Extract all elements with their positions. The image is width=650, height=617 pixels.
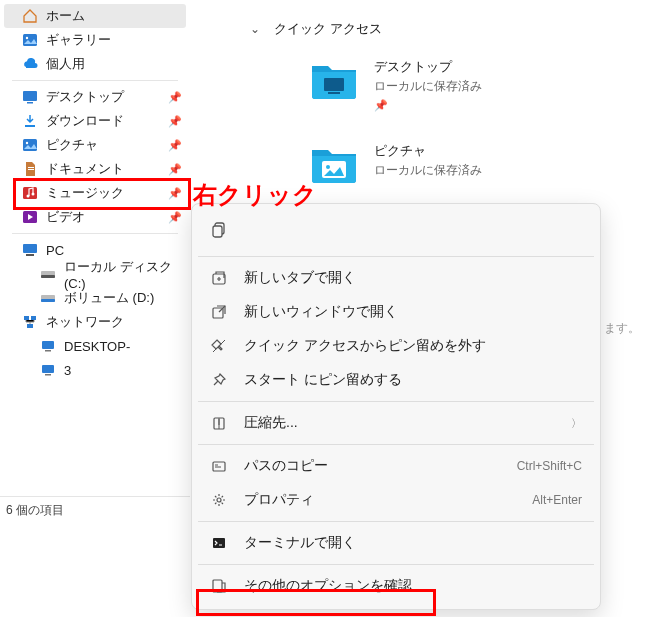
sidebar-label: 3 <box>64 363 71 378</box>
svg-point-28 <box>326 165 330 169</box>
sidebar-item-video[interactable]: ビデオ 📌 <box>0 205 190 229</box>
documents-icon <box>22 161 38 177</box>
context-menu-separator <box>198 256 594 257</box>
status-bar: 6 個の項目 <box>6 502 64 519</box>
sidebar-item-localdisk[interactable]: ローカル ディスク (C:) <box>0 262 190 286</box>
sidebar-label: デスクトップ <box>46 88 124 106</box>
svg-rect-26 <box>328 92 340 94</box>
quick-access-header[interactable]: ⌄ クイック アクセス <box>250 20 630 38</box>
svg-rect-4 <box>23 139 37 151</box>
context-menu-separator <box>198 401 594 402</box>
menu-more-options[interactable]: その他のオプションを確認 <box>198 569 594 603</box>
sidebar-item-personal[interactable]: 個人用 <box>0 52 190 76</box>
truncated-text: ます。 <box>604 320 640 337</box>
folder-name: ピクチャ <box>374 142 482 160</box>
menu-shortcut: Alt+Enter <box>532 493 582 507</box>
pin-icon: 📌 <box>168 163 182 176</box>
chevron-down-icon: ⌄ <box>250 22 260 36</box>
sidebar-item-network-host2[interactable]: 3 <box>0 358 190 382</box>
sidebar-item-gallery[interactable]: ギャラリー <box>0 28 190 52</box>
sidebar-label: ダウンロード <box>46 112 124 130</box>
menu-copy-path[interactable]: パスのコピー Ctrl+Shift+C <box>198 449 594 483</box>
menu-open-new-window[interactable]: 新しいウィンドウで開く <box>198 295 594 329</box>
menu-label: プロパティ <box>244 491 532 509</box>
section-title: クイック アクセス <box>274 20 382 38</box>
svg-rect-2 <box>23 91 37 101</box>
pin-icon: 📌 <box>168 211 182 224</box>
pin-icon <box>210 371 228 389</box>
download-icon <box>22 113 38 129</box>
menu-label: その他のオプションを確認 <box>244 577 582 595</box>
home-icon <box>22 8 38 24</box>
menu-unpin-quick-access[interactable]: クイック アクセスからピン留めを外す <box>198 329 594 363</box>
sidebar-label: DESKTOP- <box>64 339 130 354</box>
menu-properties[interactable]: プロパティ Alt+Enter <box>198 483 594 517</box>
sidebar-item-documents[interactable]: ドキュメント 📌 <box>0 157 190 181</box>
svg-rect-7 <box>28 169 34 170</box>
menu-label: 圧縮先... <box>244 414 563 432</box>
more-options-icon <box>210 577 228 595</box>
sidebar-item-pictures[interactable]: ピクチャ 📌 <box>0 133 190 157</box>
svg-rect-36 <box>213 538 225 548</box>
sidebar-item-desktop[interactable]: デスクトップ 📌 <box>0 85 190 109</box>
sidebar-label: PC <box>46 243 64 258</box>
menu-label: スタート にピン留めする <box>244 371 582 389</box>
gallery-icon <box>22 32 38 48</box>
copy-icon-button[interactable] <box>206 216 234 244</box>
svg-rect-15 <box>41 275 55 278</box>
copy-path-icon <box>210 457 228 475</box>
sidebar-item-network-host1[interactable]: DESKTOP- <box>0 334 190 358</box>
sidebar-item-home[interactable]: ホーム <box>4 4 186 28</box>
menu-label: 新しいウィンドウで開く <box>244 303 582 321</box>
pin-icon: 📌 <box>168 115 182 128</box>
context-menu-separator <box>198 564 594 565</box>
new-window-icon <box>210 303 228 321</box>
quick-access-folder-pictures[interactable]: ピクチャ ローカルに保存済み <box>310 142 630 184</box>
svg-point-35 <box>217 498 221 502</box>
sidebar-label: ボリューム (D:) <box>64 289 154 307</box>
folder-pictures-icon <box>310 142 358 184</box>
cloud-icon <box>22 56 38 72</box>
svg-rect-18 <box>24 316 29 320</box>
svg-rect-23 <box>42 365 54 373</box>
quick-access-folder-desktop[interactable]: デスクトップ ローカルに保存済み 📌 <box>310 58 630 112</box>
menu-compress[interactable]: 圧縮先... 〉 <box>198 406 594 440</box>
svg-rect-22 <box>45 350 51 352</box>
pin-icon: 📌 <box>168 139 182 152</box>
svg-rect-0 <box>23 34 37 46</box>
properties-icon <box>210 491 228 509</box>
computer-icon <box>40 362 56 378</box>
pin-icon: 📌 <box>374 99 482 112</box>
menu-label: ターミナルで開く <box>244 534 582 552</box>
folder-meta: デスクトップ ローカルに保存済み 📌 <box>374 58 482 112</box>
new-tab-icon <box>210 269 228 287</box>
folder-desktop-icon <box>310 58 358 100</box>
menu-label: 新しいタブで開く <box>244 269 582 287</box>
svg-rect-17 <box>41 299 55 302</box>
chevron-right-icon: 〉 <box>571 416 582 431</box>
sidebar-item-downloads[interactable]: ダウンロード 📌 <box>0 109 190 133</box>
svg-rect-30 <box>213 226 222 237</box>
terminal-icon <box>210 534 228 552</box>
context-menu-separator <box>198 444 594 445</box>
navigation-sidebar: ホーム ギャラリー 個人用 デスクトップ 📌 ダウンロード 📌 ピクチャ 📌 <box>0 0 190 617</box>
sidebar-label: 個人用 <box>46 55 85 73</box>
sidebar-separator <box>12 80 178 81</box>
video-icon <box>22 209 38 225</box>
svg-rect-19 <box>31 316 36 320</box>
menu-open-terminal[interactable]: ターミナルで開く <box>198 526 594 560</box>
sidebar-separator <box>12 233 178 234</box>
svg-rect-12 <box>23 244 37 253</box>
sidebar-label: ホーム <box>46 7 85 25</box>
pc-icon <box>22 242 38 258</box>
sidebar-item-network[interactable]: ネットワーク <box>0 310 190 334</box>
folder-location: ローカルに保存済み <box>374 78 482 95</box>
sidebar-label: ギャラリー <box>46 31 111 49</box>
sidebar-item-volume[interactable]: ボリューム (D:) <box>0 286 190 310</box>
menu-pin-start[interactable]: スタート にピン留めする <box>198 363 594 397</box>
menu-open-new-tab[interactable]: 新しいタブで開く <box>198 261 594 295</box>
sidebar-label: ビデオ <box>46 208 85 226</box>
sidebar-item-music[interactable]: ミュージック 📌 <box>0 181 190 205</box>
svg-rect-24 <box>45 374 51 376</box>
desktop-icon <box>22 89 38 105</box>
